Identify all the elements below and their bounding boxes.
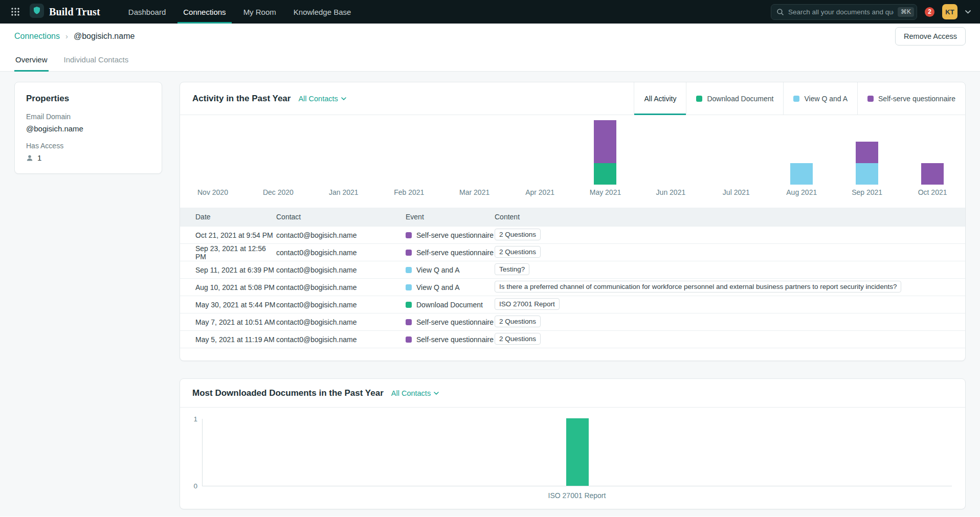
properties-title: Properties xyxy=(26,94,150,104)
bar-stack xyxy=(921,163,944,185)
month-label-aug-2021: Aug 2021 xyxy=(769,188,834,196)
shortcut-badge: ⌘K xyxy=(898,7,914,17)
nav-item-my-room[interactable]: My Room xyxy=(235,0,285,24)
activity-legend-tabs: All ActivityDownload DocumentView Q and … xyxy=(634,82,965,115)
month-label-dec-2020: Dec 2020 xyxy=(246,188,311,196)
month-label-mar-2021: Mar 2021 xyxy=(442,188,507,196)
selfserve-event-swatch-icon xyxy=(406,336,412,343)
property-label-email-domain: Email Domain xyxy=(26,113,150,121)
content-chip[interactable]: 2 Questions xyxy=(495,333,541,345)
cell-content: 2 Questions xyxy=(495,316,965,329)
top-nav: Build Trust DashboardConnectionsMy RoomK… xyxy=(0,0,980,24)
bar-segment-self-serve-questionnaire[interactable] xyxy=(594,120,616,163)
month-label-feb-2021: Feb 2021 xyxy=(376,188,442,196)
activity-contacts-filter[interactable]: All Contacts xyxy=(298,95,346,103)
notification-badge[interactable]: 2 xyxy=(925,7,934,17)
cell-contact: contact0@bogisich.name xyxy=(276,318,406,326)
legend-tab-self-serve-questionnaire[interactable]: Self-serve questionnaire xyxy=(857,82,965,115)
cell-content: Testing? xyxy=(495,263,965,277)
breadcrumb-connections-link[interactable]: Connections xyxy=(14,32,60,41)
selfserve-event-swatch-icon xyxy=(406,319,412,325)
bar-column-feb-2021 xyxy=(376,115,442,185)
downloads-bar-chart: 1 0 ISO 27001 Report xyxy=(180,408,965,509)
nav-item-dashboard[interactable]: Dashboard xyxy=(120,0,174,24)
activity-card: Activity in the Past Year All Contacts A… xyxy=(180,82,966,361)
cell-date: Aug 10, 2021 at 5:08 PM xyxy=(180,283,276,291)
downloads-contacts-filter[interactable]: All Contacts xyxy=(391,389,439,397)
selfserve-event-swatch-icon xyxy=(406,250,412,256)
nav-item-knowledge-base[interactable]: Knowledge Base xyxy=(285,0,360,24)
bar-column-nov-2020 xyxy=(180,115,246,185)
nav-item-connections[interactable]: Connections xyxy=(174,0,234,24)
downloads-title: Most Downloaded Documents in the Past Ye… xyxy=(192,388,384,398)
view-event-swatch-icon xyxy=(406,267,412,273)
breadcrumb: Connections › @bogisich.name xyxy=(14,32,135,41)
view-q-and-a-swatch-icon xyxy=(793,96,799,102)
cell-contact: contact0@bogisich.name xyxy=(276,283,406,291)
cell-content: Is there a preferred channel of communic… xyxy=(495,281,965,294)
content-chip[interactable]: 2 Questions xyxy=(495,246,541,258)
cell-event: Download Document xyxy=(406,301,495,309)
content-chip[interactable]: ISO 27001 Report xyxy=(495,298,560,310)
legend-tab-download-document[interactable]: Download Document xyxy=(686,82,783,115)
month-label-nov-2020: Nov 2020 xyxy=(180,188,246,196)
activity-month-axis: Nov 2020Dec 2020Jan 2021Feb 2021Mar 2021… xyxy=(180,188,965,196)
downloads-card: Most Downloaded Documents in the Past Ye… xyxy=(180,378,966,509)
download-bar-iso-27001-report[interactable] xyxy=(566,418,589,486)
self-serve-questionnaire-swatch-icon xyxy=(867,96,874,102)
avatar[interactable]: KT xyxy=(942,4,957,19)
content-chip[interactable]: 2 Questions xyxy=(495,229,541,240)
cell-content: 2 Questions xyxy=(495,333,965,346)
breadcrumb-separator-icon: › xyxy=(65,32,68,40)
legend-tab-label: All Activity xyxy=(644,95,676,103)
tab-overview[interactable]: Overview xyxy=(14,49,49,71)
table-row: May 7, 2021 at 10:51 AMcontact0@bogisich… xyxy=(180,313,965,330)
bar-column-oct-2021 xyxy=(900,115,965,185)
search-input[interactable] xyxy=(788,8,894,16)
month-label-apr-2021: Apr 2021 xyxy=(507,188,573,196)
downloads-x-axis: ISO 27001 Report xyxy=(202,491,952,500)
event-label: Self-serve questionnaire xyxy=(416,318,494,326)
bar-column-sep-2021 xyxy=(834,115,900,185)
y-tick-1: 1 xyxy=(193,415,197,423)
legend-tab-all-activity[interactable]: All Activity xyxy=(634,82,686,115)
table-row: Oct 21, 2021 at 9:54 PMcontact0@bogisich… xyxy=(180,226,965,243)
activity-filter-label: All Contacts xyxy=(298,95,338,103)
downloads-y-axis: 1 0 xyxy=(190,419,202,486)
legend-tab-view-q-and-a[interactable]: View Q and A xyxy=(783,82,857,115)
bar-stack xyxy=(594,120,616,185)
brand[interactable]: Build Trust xyxy=(25,0,104,24)
search-box[interactable]: ⌘K xyxy=(771,4,917,20)
breadcrumb-current: @bogisich.name xyxy=(74,32,135,41)
bar-segment-download-document[interactable] xyxy=(594,163,616,185)
downloads-plot-area xyxy=(202,419,952,486)
activity-table: Date Contact Event Content Oct 21, 2021 … xyxy=(180,208,965,348)
tab-individual-contacts[interactable]: Individual Contacts xyxy=(63,49,130,71)
content-chip[interactable]: 2 Questions xyxy=(495,316,541,327)
cell-event: Self-serve questionnaire xyxy=(406,249,495,257)
remove-access-button[interactable]: Remove Access xyxy=(895,27,966,46)
bar-stack xyxy=(790,163,813,185)
content-chip[interactable]: Is there a preferred channel of communic… xyxy=(495,281,901,293)
bar-segment-view-q-and-a[interactable] xyxy=(790,163,813,185)
table-row: Sep 11, 2021 at 6:39 PMcontact0@bogisich… xyxy=(180,261,965,278)
apps-grid-icon[interactable] xyxy=(6,0,25,24)
chevron-down-icon[interactable] xyxy=(965,10,971,14)
column-header-content: Content xyxy=(495,213,965,221)
cell-date: May 5, 2021 at 11:19 AM xyxy=(180,335,276,344)
bar-column-aug-2021 xyxy=(769,115,834,185)
cell-content: 2 Questions xyxy=(495,246,965,259)
bar-column-mar-2021 xyxy=(442,115,507,185)
cell-event: Self-serve questionnaire xyxy=(406,231,495,239)
cell-date: May 30, 2021 at 5:44 PM xyxy=(180,301,276,309)
cell-contact: contact0@bogisich.name xyxy=(276,335,406,344)
content-chip[interactable]: Testing? xyxy=(495,263,529,275)
bar-segment-view-q-and-a[interactable] xyxy=(856,163,878,185)
download-bar-column-iso-27001-report xyxy=(203,419,952,486)
bar-segment-self-serve-questionnaire[interactable] xyxy=(856,142,878,163)
bar-segment-self-serve-questionnaire[interactable] xyxy=(921,163,944,185)
month-label-jul-2021: Jul 2021 xyxy=(703,188,769,196)
shield-logo-icon xyxy=(30,4,44,20)
month-label-sep-2021: Sep 2021 xyxy=(834,188,900,196)
page-body: Properties Email Domain@bogisich.nameHas… xyxy=(0,72,980,516)
